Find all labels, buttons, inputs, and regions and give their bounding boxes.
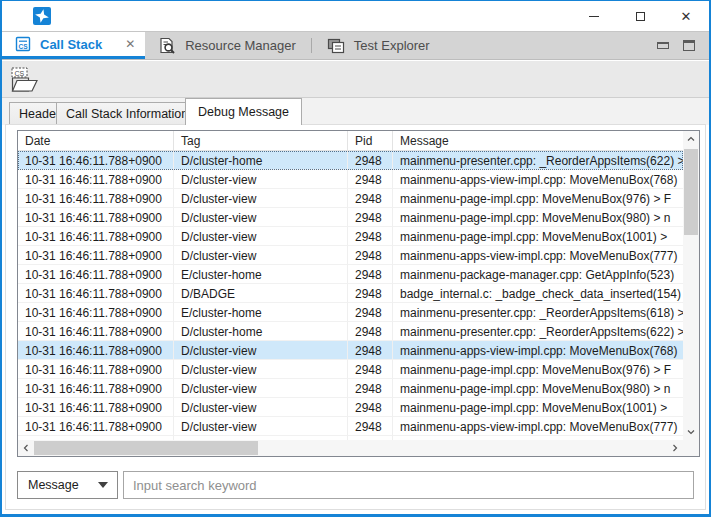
maximize-button[interactable] xyxy=(617,1,663,31)
table-row[interactable]: 10-31 16:46:11.788+0900 D/cluster-home 2… xyxy=(18,322,683,341)
table-row[interactable]: 10-31 16:46:11.788+0900 D/cluster-view 2… xyxy=(18,341,683,360)
tab-separator xyxy=(311,38,312,53)
doc-tab-label: Test Explorer xyxy=(354,38,430,53)
horizontal-scroll-thumb[interactable] xyxy=(34,441,258,455)
cell-date: 10-31 16:46:11.788+0900 xyxy=(18,322,174,341)
dropdown-arrow-icon xyxy=(98,482,108,488)
cell-message: mainmenu-apps-view-impl.cpp: MoveMenuBox… xyxy=(393,246,683,265)
table-row[interactable]: 10-31 16:46:11.788+0900 D/cluster-view 2… xyxy=(18,417,683,436)
table-row[interactable]: 10-31 16:46:11.788+0900 D/cluster-view 2… xyxy=(18,170,683,189)
doc-tab-label: Resource Manager xyxy=(185,38,296,53)
cell-tag: D/cluster-view xyxy=(174,189,348,208)
chevron-down-icon xyxy=(685,426,697,438)
cell-tag: D/cluster-home xyxy=(174,151,348,170)
vertical-scroll-thumb[interactable] xyxy=(684,149,698,235)
cell-tag: D/cluster-view xyxy=(174,379,348,398)
cell-tag: E/cluster-home xyxy=(174,303,348,322)
minimize-icon xyxy=(589,16,599,17)
cell-pid: 2948 xyxy=(348,322,393,341)
table-row[interactable]: 10-31 16:46:11.788+0900 D/cluster-view 2… xyxy=(18,360,683,379)
table-row[interactable]: 10-31 16:46:11.788+0900 D/BADGE 2948 bad… xyxy=(18,284,683,303)
filter-bar: Message xyxy=(17,471,694,499)
doc-tab-call-stack[interactable]: CS Call Stack ✕ xyxy=(2,32,145,59)
cell-date: 10-31 16:46:11.788+0900 xyxy=(18,398,174,417)
column-header-date[interactable]: Date xyxy=(18,131,174,151)
tab-close-icon[interactable]: ✕ xyxy=(125,37,135,51)
scroll-down-button[interactable] xyxy=(683,424,699,440)
svg-text:CS: CS xyxy=(19,43,29,50)
search-input[interactable] xyxy=(123,471,694,499)
cell-message: mainmenu-page-impl.cpp: MoveMenuBox(1001… xyxy=(393,398,683,417)
table-row[interactable]: 10-31 16:46:11.788+0900 D/cluster-view 2… xyxy=(18,398,683,417)
cell-message: badge_internal.c: _badge_check_data_inse… xyxy=(393,284,683,303)
cell-pid: 2948 xyxy=(348,303,393,322)
subtab-label: Header xyxy=(19,107,60,121)
cell-tag: D/BADGE xyxy=(174,284,348,303)
scrollbar-corner xyxy=(683,440,699,456)
doc-tab-test-explorer[interactable]: Test Explorer xyxy=(314,32,443,59)
cell-tag: D/cluster-view xyxy=(174,246,348,265)
cell-tag: D/cluster-view xyxy=(174,208,348,227)
column-header-tag[interactable]: Tag xyxy=(174,131,348,151)
cell-message: mainmenu-presenter.cpp: _ReorderAppsItem… xyxy=(393,322,683,341)
scroll-left-button[interactable] xyxy=(18,440,34,456)
cell-date: 10-31 16:46:11.788+0900 xyxy=(18,151,174,170)
cell-tag: D/cluster-home xyxy=(174,322,348,341)
panel-maximize-icon[interactable] xyxy=(683,40,695,51)
subtab-call-stack-information[interactable]: Call Stack Information xyxy=(56,102,198,125)
cell-tag: D/cluster-view xyxy=(174,170,348,189)
panel-minimize-icon[interactable] xyxy=(657,42,669,49)
cell-message: mainmenu-page-impl.cpp: MoveMenuBox(1001… xyxy=(393,227,683,246)
cell-message: mainmenu-presenter.cpp: _ReorderAppsItem… xyxy=(393,303,683,322)
cell-date: 10-31 16:46:11.788+0900 xyxy=(18,246,174,265)
doc-tab-label: Call Stack xyxy=(40,37,102,52)
doc-tab-resource-manager[interactable]: Resource Manager xyxy=(145,32,309,59)
table-row[interactable]: 10-31 16:46:11.788+0900 D/cluster-view 2… xyxy=(18,246,683,265)
subtab-label: Call Stack Information xyxy=(66,107,188,121)
resource-manager-icon xyxy=(158,37,176,54)
filter-dropdown-value: Message xyxy=(18,478,98,492)
svg-text:CS: CS xyxy=(15,70,25,77)
debug-message-panel: Date Tag Pid Message 10-31 16:46:11.788+… xyxy=(5,124,706,510)
cell-message: mainmenu-page-impl.cpp: MoveMenuBox(976)… xyxy=(393,189,683,208)
call-stack-icon: CS xyxy=(15,36,31,52)
subtab-debug-message[interactable]: Debug Message xyxy=(185,98,302,125)
column-header-pid[interactable]: Pid xyxy=(348,131,393,151)
vertical-scrollbar[interactable] xyxy=(683,131,699,440)
cell-date: 10-31 16:46:11.788+0900 xyxy=(18,208,174,227)
table-row[interactable]: 10-31 16:46:11.788+0900 D/cluster-view 2… xyxy=(18,208,683,227)
cell-pid: 2948 xyxy=(348,246,393,265)
scroll-right-button[interactable] xyxy=(667,440,683,456)
cell-date: 10-31 16:46:11.788+0900 xyxy=(18,341,174,360)
filter-dropdown[interactable]: Message xyxy=(17,471,118,499)
table-header: Date Tag Pid Message xyxy=(18,131,683,151)
cell-pid: 2948 xyxy=(348,227,393,246)
log-table: Date Tag Pid Message 10-31 16:46:11.788+… xyxy=(17,130,700,457)
cell-pid: 2948 xyxy=(348,398,393,417)
minimize-button[interactable] xyxy=(571,1,617,31)
cell-pid: 2948 xyxy=(348,379,393,398)
cell-message: mainmenu-apps-view-impl.cpp: MoveMenuBox… xyxy=(393,417,683,436)
window-controls: ✕ xyxy=(571,1,709,31)
cell-date: 10-31 16:46:11.788+0900 xyxy=(18,170,174,189)
maximize-icon xyxy=(636,12,645,21)
subtab-label: Debug Message xyxy=(198,105,289,119)
cell-date: 10-31 16:46:11.788+0900 xyxy=(18,360,174,379)
cell-tag: D/cluster-view xyxy=(174,341,348,360)
cell-date: 10-31 16:46:11.788+0900 xyxy=(18,189,174,208)
table-row[interactable]: 10-31 16:46:11.788+0900 E/cluster-home 2… xyxy=(18,303,683,322)
test-explorer-icon xyxy=(327,38,345,54)
close-button[interactable]: ✕ xyxy=(663,1,709,31)
column-header-message[interactable]: Message xyxy=(393,131,683,151)
table-row[interactable]: 10-31 16:46:11.788+0900 D/cluster-view 2… xyxy=(18,379,683,398)
cell-date: 10-31 16:46:11.788+0900 xyxy=(18,265,174,284)
table-row[interactable]: 10-31 16:46:11.788+0900 D/cluster-view 2… xyxy=(18,227,683,246)
horizontal-scrollbar[interactable] xyxy=(18,440,683,456)
table-row[interactable]: 10-31 16:46:11.788+0900 D/cluster-view 2… xyxy=(18,189,683,208)
scroll-up-button[interactable] xyxy=(683,131,699,147)
cell-message: mainmenu-page-impl.cpp: MoveMenuBox(976)… xyxy=(393,360,683,379)
table-row[interactable]: 10-31 16:46:11.788+0900 D/cluster-home 2… xyxy=(18,151,683,170)
open-call-stack-folder-icon[interactable]: CS xyxy=(10,66,40,94)
chevron-right-icon xyxy=(669,442,681,454)
table-row[interactable]: 10-31 16:46:11.788+0900 E/cluster-home 2… xyxy=(18,265,683,284)
